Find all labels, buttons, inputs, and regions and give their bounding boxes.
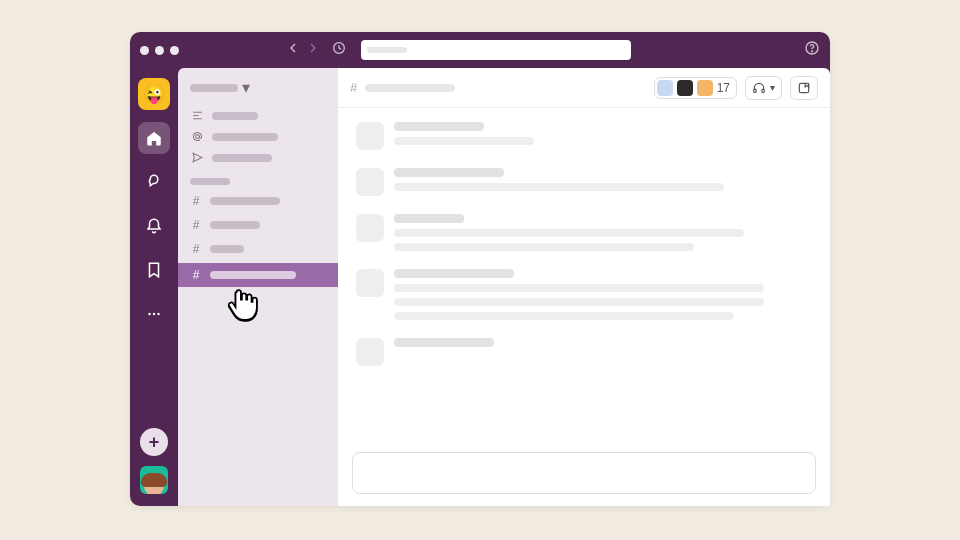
svg-point-5 (157, 313, 159, 315)
message-text (394, 312, 734, 320)
message-composer[interactable] (352, 452, 816, 494)
workspace-rail: 😜 + (130, 68, 178, 506)
create-button[interactable]: + (140, 428, 168, 456)
search-input[interactable] (361, 40, 631, 60)
back-button[interactable] (285, 40, 301, 60)
titlebar (130, 32, 830, 68)
threads-icon (190, 109, 204, 122)
message-avatar[interactable] (356, 269, 384, 297)
channel-item[interactable]: # (178, 215, 338, 235)
svg-point-4 (153, 313, 155, 315)
message-author[interactable] (394, 122, 484, 131)
message-text (394, 284, 764, 292)
canvas-icon (797, 81, 811, 95)
message[interactable] (356, 338, 812, 366)
help-icon[interactable] (804, 40, 820, 60)
hash-icon: # (350, 80, 357, 95)
hash-icon: # (190, 242, 202, 256)
history-icon[interactable] (331, 40, 347, 60)
minimize-dot[interactable] (155, 46, 164, 55)
message-text (394, 243, 694, 251)
close-dot[interactable] (140, 46, 149, 55)
chevron-down-icon: ▾ (242, 78, 250, 97)
message[interactable] (356, 269, 812, 320)
hash-icon: # (190, 218, 202, 232)
headphones-icon (752, 81, 766, 95)
svg-point-2 (812, 51, 813, 52)
sidebar-drafts[interactable] (178, 149, 338, 166)
message-author[interactable] (394, 338, 494, 347)
workspace-switcher[interactable]: 😜 (138, 78, 170, 110)
channel-item[interactable]: # (178, 191, 338, 211)
svg-rect-7 (754, 89, 756, 93)
channel-sidebar: ▾ # # # # (178, 68, 338, 506)
message-avatar[interactable] (356, 168, 384, 196)
sidebar-mentions[interactable] (178, 128, 338, 145)
rail-dms[interactable] (138, 166, 170, 198)
svg-point-6 (195, 135, 199, 139)
member-avatar (697, 80, 713, 96)
mentions-icon (190, 130, 204, 143)
message-author[interactable] (394, 168, 504, 177)
svg-rect-9 (799, 83, 808, 92)
message-list[interactable] (338, 108, 830, 446)
svg-rect-8 (762, 89, 764, 93)
search-placeholder (367, 47, 407, 53)
message-text (394, 298, 764, 306)
rail-home[interactable] (138, 122, 170, 154)
rail-more[interactable] (138, 298, 170, 330)
message-avatar[interactable] (356, 122, 384, 150)
chevron-down-icon: ▾ (770, 82, 775, 93)
huddle-button[interactable]: ▾ (745, 76, 782, 100)
sidebar-threads[interactable] (178, 107, 338, 124)
svg-point-3 (148, 313, 150, 315)
self-avatar[interactable] (140, 466, 168, 494)
drafts-icon (190, 151, 204, 164)
canvas-button[interactable] (790, 76, 818, 100)
channel-header: # 17 ▾ (338, 68, 830, 108)
channel-item-active[interactable]: # (178, 263, 338, 287)
member-avatar (657, 80, 673, 96)
message[interactable] (356, 168, 812, 196)
hash-icon: # (190, 194, 202, 208)
rail-activity[interactable] (138, 210, 170, 242)
message[interactable] (356, 122, 812, 150)
hash-icon: # (190, 268, 202, 282)
channel-view: # 17 ▾ (338, 68, 830, 506)
message-avatar[interactable] (356, 214, 384, 242)
member-avatar (677, 80, 693, 96)
member-count: 17 (717, 81, 730, 95)
message-avatar[interactable] (356, 338, 384, 366)
message[interactable] (356, 214, 812, 251)
channel-item[interactable]: # (178, 239, 338, 259)
message-text (394, 229, 744, 237)
rail-later[interactable] (138, 254, 170, 286)
workspace-name[interactable]: ▾ (178, 78, 338, 97)
channels-section-label[interactable] (178, 170, 338, 187)
message-author[interactable] (394, 269, 514, 278)
message-text (394, 183, 724, 191)
forward-button[interactable] (305, 40, 321, 60)
app-window: 😜 + (130, 32, 830, 506)
channel-title[interactable] (365, 84, 455, 92)
zoom-dot[interactable] (170, 46, 179, 55)
message-text (394, 137, 534, 145)
member-count-button[interactable]: 17 (654, 77, 737, 99)
message-author[interactable] (394, 214, 464, 223)
window-controls[interactable] (140, 46, 179, 55)
